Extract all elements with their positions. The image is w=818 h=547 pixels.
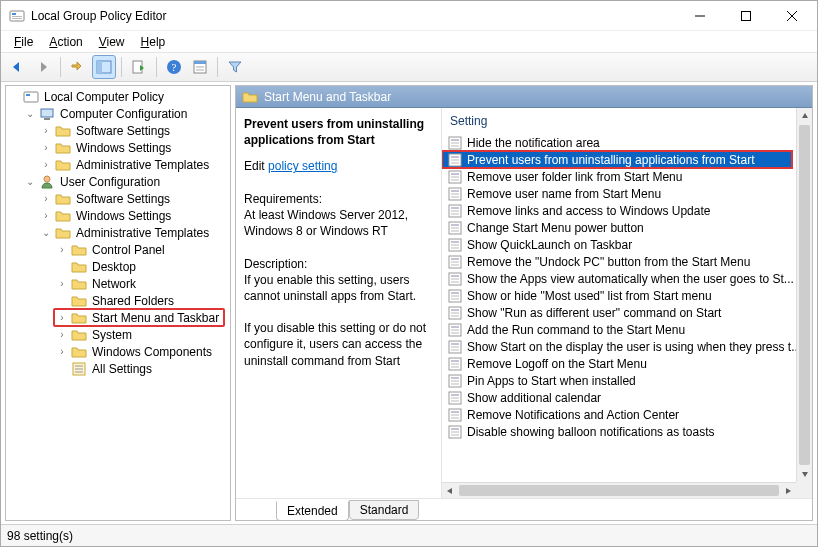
menu-view[interactable]: View	[92, 33, 132, 51]
back-button[interactable]	[5, 55, 29, 79]
svg-point-21	[44, 176, 50, 182]
help-button[interactable]: ?	[162, 55, 186, 79]
chevron-right-icon[interactable]: ›	[40, 210, 52, 221]
settings-list[interactable]: Hide the notification areaPrevent users …	[442, 134, 796, 482]
scroll-right-icon[interactable]	[780, 483, 796, 498]
menu-file[interactable]: File	[7, 33, 40, 51]
tree-item[interactable]: ›Software Settings	[38, 190, 230, 207]
chevron-right-icon[interactable]: ›	[40, 193, 52, 204]
tree-item[interactable]: Desktop	[54, 258, 230, 275]
policy-icon	[448, 221, 462, 235]
tree-label: Shared Folders	[90, 294, 176, 308]
menu-action[interactable]: Action	[42, 33, 89, 51]
close-button[interactable]	[769, 1, 815, 30]
folder-icon	[71, 327, 87, 343]
scroll-down-icon[interactable]	[797, 466, 812, 482]
edit-policy-link[interactable]: policy setting	[268, 159, 337, 173]
setting-row[interactable]: Change Start Menu power button	[442, 219, 796, 236]
setting-row[interactable]: Disable showing balloon notifications as…	[442, 423, 796, 440]
setting-row[interactable]: Remove user name from Start Menu	[442, 185, 796, 202]
policy-icon	[448, 408, 462, 422]
tab-extended[interactable]: Extended	[276, 501, 349, 521]
tree-item[interactable]: Shared Folders	[54, 292, 230, 309]
scroll-thumb[interactable]	[459, 485, 779, 496]
tree-item[interactable]: ›Network	[54, 275, 230, 292]
setting-label: Show QuickLaunch on Taskbar	[467, 238, 632, 252]
policy-icon	[448, 425, 462, 439]
setting-row[interactable]: Prevent users from uninstalling applicat…	[442, 151, 792, 168]
svg-rect-19	[41, 109, 53, 117]
svg-rect-3	[12, 18, 22, 19]
folder-icon	[71, 242, 87, 258]
folder-icon	[55, 157, 71, 173]
tree-item[interactable]: ›Software Settings	[38, 122, 230, 139]
window-title: Local Group Policy Editor	[31, 9, 677, 23]
chevron-down-icon[interactable]: ⌄	[24, 176, 36, 187]
tree-item[interactable]: ›Administrative Templates	[38, 156, 230, 173]
tree-label: Desktop	[90, 260, 138, 274]
details-header-title: Start Menu and Taskbar	[264, 90, 391, 104]
up-button[interactable]	[66, 55, 90, 79]
chevron-down-icon[interactable]: ⌄	[24, 108, 36, 119]
setting-row[interactable]: Remove Notifications and Action Center	[442, 406, 796, 423]
setting-row[interactable]: Show "Run as different user" command on …	[442, 304, 796, 321]
tree-root[interactable]: Local Computer Policy	[6, 88, 230, 105]
export-button[interactable]	[127, 55, 151, 79]
setting-row[interactable]: Remove links and access to Windows Updat…	[442, 202, 796, 219]
scroll-thumb[interactable]	[799, 125, 810, 465]
setting-row[interactable]: Remove user folder link from Start Menu	[442, 168, 796, 185]
setting-row[interactable]: Remove Logoff on the Start Menu	[442, 355, 796, 372]
vertical-scrollbar[interactable]	[796, 108, 812, 482]
chevron-right-icon[interactable]: ›	[40, 125, 52, 136]
settings-column-header[interactable]: Setting	[442, 108, 812, 132]
filter-button[interactable]	[223, 55, 247, 79]
setting-row[interactable]: Show additional calendar	[442, 389, 796, 406]
tree-item[interactable]: All Settings	[54, 360, 230, 377]
minimize-button[interactable]	[677, 1, 723, 30]
tab-standard[interactable]: Standard	[349, 500, 420, 520]
details-content: Prevent users from uninstalling applicat…	[236, 108, 812, 498]
details-tabs: Extended Standard	[236, 498, 812, 520]
statusbar: 98 setting(s)	[1, 524, 817, 546]
chevron-right-icon[interactable]: ›	[40, 142, 52, 153]
setting-row[interactable]: Show QuickLaunch on Taskbar	[442, 236, 796, 253]
chevron-right-icon[interactable]: ›	[56, 244, 68, 255]
scroll-up-icon[interactable]	[797, 108, 812, 124]
scroll-left-icon[interactable]	[442, 483, 458, 498]
chevron-right-icon[interactable]: ›	[40, 159, 52, 170]
setting-row[interactable]: Show Start on the display the user is us…	[442, 338, 796, 355]
chevron-down-icon[interactable]: ⌄	[40, 227, 52, 238]
setting-row[interactable]: Remove the "Undock PC" button from the S…	[442, 253, 796, 270]
setting-row[interactable]: Add the Run command to the Start Menu	[442, 321, 796, 338]
description-pane: Prevent users from uninstalling applicat…	[236, 108, 441, 498]
chevron-right-icon[interactable]: ›	[56, 278, 68, 289]
tree-item[interactable]: ›Windows Components	[54, 343, 230, 360]
requirements-text: At least Windows Server 2012, Windows 8 …	[244, 207, 433, 239]
svg-rect-14	[194, 61, 206, 64]
show-hide-tree-button[interactable]	[92, 55, 116, 79]
tree-item[interactable]: ›Windows Settings	[38, 139, 230, 156]
tree-item[interactable]: ›Control Panel	[54, 241, 230, 258]
properties-button[interactable]	[188, 55, 212, 79]
forward-button[interactable]	[31, 55, 55, 79]
setting-row[interactable]: Show the Apps view automatically when th…	[442, 270, 796, 287]
setting-row[interactable]: Hide the notification area	[442, 134, 796, 151]
chevron-right-icon[interactable]: ›	[56, 329, 68, 340]
tree-admin-templates[interactable]: ⌄Administrative Templates	[38, 224, 230, 241]
setting-row[interactable]: Show or hide "Most used" list from Start…	[442, 287, 796, 304]
tree-pane[interactable]: Local Computer Policy ⌄ Computer Configu…	[5, 85, 231, 521]
policy-icon	[448, 357, 462, 371]
menu-help[interactable]: Help	[134, 33, 173, 51]
tree-computer-config[interactable]: ⌄ Computer Configuration	[22, 105, 230, 122]
tree-item[interactable]: ›System	[54, 326, 230, 343]
horizontal-scrollbar[interactable]	[442, 482, 796, 498]
svg-rect-9	[97, 61, 102, 73]
chevron-right-icon[interactable]: ›	[56, 312, 68, 323]
computer-icon	[39, 106, 55, 122]
maximize-button[interactable]	[723, 1, 769, 30]
tree-item[interactable]: ›Windows Settings	[38, 207, 230, 224]
setting-row[interactable]: Pin Apps to Start when installed	[442, 372, 796, 389]
tree-item[interactable]: ›Start Menu and Taskbar	[54, 309, 224, 326]
tree-user-config[interactable]: ⌄ User Configuration	[22, 173, 230, 190]
chevron-right-icon[interactable]: ›	[56, 346, 68, 357]
